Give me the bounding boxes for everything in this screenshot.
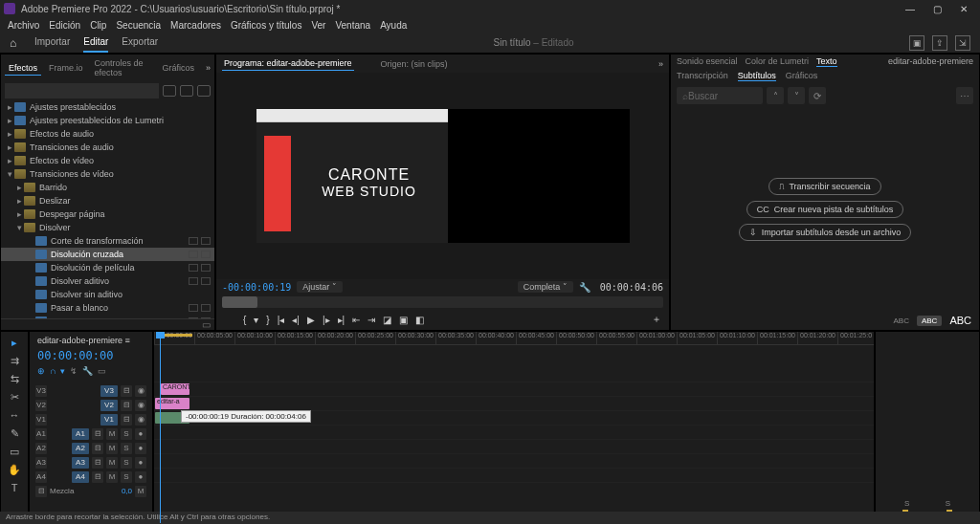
fx-item[interactable]: ▸Ajustes preestablecidos de Lumetri (1, 114, 214, 127)
program-tab[interactable]: Programa: editar-adobe-premiere (222, 56, 354, 71)
fx-item[interactable]: ▾Disolver (1, 221, 214, 234)
selection-tool-icon[interactable]: ▸ (8, 336, 21, 349)
export-frame-icon[interactable]: ◪ (383, 315, 391, 325)
menu-gráficos y títulos[interactable]: Gráficos y títulos (231, 20, 301, 31)
panel-menu-icon[interactable]: » (206, 63, 211, 73)
refresh-icon[interactable]: ⟳ (809, 87, 826, 104)
effects-search-input[interactable] (5, 83, 159, 98)
subtab-transcripcion[interactable]: Transcripción (677, 71, 728, 81)
sequence-tab[interactable]: editar-adobe-premiere (37, 336, 122, 345)
track-a3[interactable] (154, 440, 874, 454)
fx-item[interactable]: ▸Efectos de audio (1, 127, 214, 141)
workspace-icon-3[interactable]: ⇲ (955, 35, 970, 51)
fx-item[interactable]: ▸Barrido (1, 181, 214, 194)
nav-up-icon[interactable]: ˄ (767, 87, 784, 104)
fx-item[interactable]: Corte de transformación (1, 234, 214, 248)
track-a2[interactable] (154, 426, 874, 440)
wrench-icon[interactable]: 🔧 (579, 282, 590, 293)
razor-tool-icon[interactable]: ✂ (8, 390, 21, 404)
fx-item[interactable]: Disolución de película (1, 261, 214, 274)
program-viewport[interactable]: CARONTE WEB STUDIO (216, 73, 669, 279)
playhead[interactable] (160, 332, 161, 523)
track-head-a4[interactable]: A4A4⊟MS● (33, 469, 148, 484)
tab-lumetri[interactable]: Color de Lumetri (746, 56, 810, 67)
menu-ver[interactable]: Ver (311, 20, 325, 31)
type-tool-icon[interactable]: T (8, 481, 21, 494)
fit-dropdown[interactable]: Ajustar ˅ (297, 281, 343, 293)
fx-item[interactable]: ▸Transiciones de audio (1, 141, 214, 154)
tab-frameio[interactable]: Frame.io (45, 61, 87, 75)
cc-track-icon[interactable]: ▭ (98, 366, 106, 376)
ws-tab-exportar[interactable]: Exportar (122, 33, 158, 53)
button-editor-icon[interactable]: ＋ (652, 313, 669, 326)
program-tc-left[interactable]: -00:00:00:19 (222, 282, 291, 293)
effects-tree[interactable]: ▸Ajustes prestablecidos▸Ajustes preestab… (1, 100, 214, 318)
filter-box-2[interactable] (180, 85, 193, 97)
abc-style-1[interactable]: ABC (893, 317, 908, 325)
work-area-bar[interactable] (160, 334, 192, 337)
track-head-v2[interactable]: V2V2⊟ (33, 398, 148, 412)
snap-icon[interactable]: ⊕ (37, 366, 45, 376)
menu-secuencia[interactable]: Secuencia (116, 20, 161, 31)
home-icon[interactable]: ⌂ (10, 36, 23, 50)
go-out-icon[interactable]: ▸| (338, 315, 345, 325)
fx-item[interactable]: Disolver sin aditivo (1, 288, 214, 301)
program-scrubber[interactable] (222, 296, 663, 308)
minimize-button[interactable]: — (898, 2, 923, 15)
play-icon[interactable]: ▶ (307, 315, 315, 325)
fx-item[interactable]: Pasar a blanco (1, 301, 214, 315)
fx-item[interactable]: ▾Transiciones de vídeo (1, 167, 214, 181)
track-head-v1[interactable]: V1V1⊟ (33, 412, 148, 426)
settings-icon[interactable]: ↯ (70, 366, 78, 376)
workspace-icon-1[interactable]: ▣ (909, 35, 924, 51)
clip-caronte[interactable]: CARONTE (161, 383, 189, 395)
menu-ventana[interactable]: Ventana (335, 20, 370, 31)
abc-style-2[interactable]: ABC (917, 316, 942, 326)
track-v1[interactable]: editar-a (154, 397, 874, 411)
create-caption-button[interactable]: CCCrear nueva pista de subtítulos (746, 201, 904, 218)
tab-texto[interactable]: Texto (816, 56, 837, 67)
menu-archivo[interactable]: Archivo (8, 20, 39, 31)
tab-sonido[interactable]: Sonido esencial (677, 56, 738, 67)
menu-clip[interactable]: Clip (90, 20, 106, 31)
tab-controles[interactable]: Controles de efectos (91, 56, 155, 79)
ws-tab-editar[interactable]: Editar (83, 33, 108, 53)
nav-down-icon[interactable]: ˅ (788, 87, 805, 104)
track-a4[interactable] (154, 454, 874, 469)
abc-style-3[interactable]: ABC (949, 315, 971, 326)
ripple-tool-icon[interactable]: ⇆ (8, 372, 21, 385)
slip-tool-icon[interactable]: ↔ (8, 408, 21, 422)
time-ruler[interactable]: 00:00:00:0000:00:05:0000:00:10:0000:00:1… (154, 332, 874, 345)
transcribe-button[interactable]: ⎍Transcribir secuencia (768, 178, 880, 195)
subtab-graficos[interactable]: Gráficos (786, 71, 818, 81)
view-dropdown[interactable]: Completa ˅ (518, 281, 573, 293)
track-head-a2[interactable]: A2A2⊟MS● (33, 441, 148, 455)
subtab-subtitulos[interactable]: Subtítulos (738, 71, 776, 81)
link-icon[interactable]: ∩ (50, 366, 56, 376)
source-tab[interactable]: Origen: (sin clips) (379, 57, 450, 71)
filter-box-1[interactable] (163, 85, 176, 97)
step-back-icon[interactable]: ◂| (292, 315, 300, 325)
more-icon[interactable]: ⋯ (956, 87, 973, 104)
track-v2[interactable]: CARONTE (154, 382, 874, 397)
hand-tool-icon[interactable]: ✋ (8, 463, 21, 476)
fx-item[interactable]: ▸Ajustes prestablecidos (1, 100, 214, 114)
mark-in-icon[interactable]: { (243, 315, 246, 325)
ws-tab-importar[interactable]: Importar (34, 33, 70, 53)
fx-item[interactable]: ▸Despegar página (1, 207, 214, 221)
track-mix[interactable] (154, 469, 874, 483)
menu-edición[interactable]: Edición (49, 20, 80, 31)
text-search-input[interactable]: ⌕ Buscar (677, 87, 763, 104)
wrench-icon[interactable]: 🔧 (82, 366, 93, 376)
fx-item[interactable]: Disolución cruzada (1, 248, 214, 261)
track-select-tool-icon[interactable]: ⇉ (8, 354, 21, 367)
track-head-mix[interactable]: ⊟Mezcla0,0M (33, 484, 148, 498)
track-head-a3[interactable]: A3A3⊟MS● (33, 455, 148, 469)
step-fwd-icon[interactable]: |▸ (323, 315, 330, 325)
import-caption-button[interactable]: ⇩Importar subtítulos desde un archivo (739, 224, 912, 241)
marker-icon[interactable]: ▾ (60, 366, 65, 376)
track-head-a1[interactable]: A1A1⊟MS● (33, 426, 148, 441)
go-in-icon[interactable]: |◂ (278, 315, 285, 325)
camera-icon[interactable]: ▣ (399, 315, 408, 325)
extract-icon[interactable]: ⇥ (368, 315, 375, 325)
